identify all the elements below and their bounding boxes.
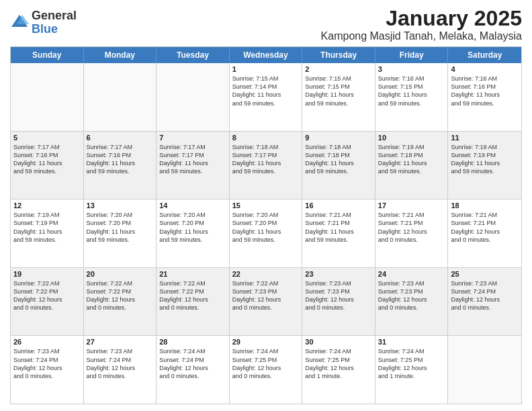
calendar-row: 26Sunrise: 7:23 AM Sunset: 7:24 PM Dayli…	[11, 335, 521, 404]
calendar-cell: 18Sunrise: 7:21 AM Sunset: 7:21 PM Dayli…	[448, 199, 521, 267]
calendar-body: 1Sunrise: 7:15 AM Sunset: 7:14 PM Daylig…	[11, 63, 521, 404]
calendar-cell-empty	[448, 336, 521, 404]
day-info: Sunrise: 7:23 AM Sunset: 7:24 PM Dayligh…	[87, 347, 154, 380]
logo: General Blue	[10, 9, 77, 36]
day-number: 21	[159, 270, 226, 278]
calendar-cell: 28Sunrise: 7:24 AM Sunset: 7:24 PM Dayli…	[157, 336, 230, 404]
day-info: Sunrise: 7:18 AM Sunset: 7:18 PM Dayligh…	[305, 143, 372, 176]
calendar-cell: 5Sunrise: 7:17 AM Sunset: 7:16 PM Daylig…	[11, 132, 84, 199]
day-info: Sunrise: 7:22 AM Sunset: 7:22 PM Dayligh…	[87, 279, 154, 312]
calendar-cell: 29Sunrise: 7:24 AM Sunset: 7:25 PM Dayli…	[230, 336, 303, 404]
calendar-cell: 19Sunrise: 7:22 AM Sunset: 7:22 PM Dayli…	[11, 268, 84, 336]
day-number: 24	[378, 270, 445, 278]
day-number: 3	[378, 65, 445, 73]
day-number: 19	[13, 270, 81, 278]
day-number: 17	[378, 201, 445, 210]
calendar-cell: 25Sunrise: 7:23 AM Sunset: 7:24 PM Dayli…	[448, 268, 521, 336]
calendar-cell: 22Sunrise: 7:22 AM Sunset: 7:23 PM Dayli…	[230, 268, 303, 336]
day-info: Sunrise: 7:15 AM Sunset: 7:15 PM Dayligh…	[305, 75, 372, 107]
main-title: January 2025	[321, 7, 522, 30]
calendar-cell: 23Sunrise: 7:23 AM Sunset: 7:23 PM Dayli…	[302, 268, 375, 336]
calendar-cell-empty	[157, 63, 230, 131]
subtitle: Kampong Masjid Tanah, Melaka, Malaysia	[321, 30, 522, 42]
calendar-cell: 6Sunrise: 7:17 AM Sunset: 7:16 PM Daylig…	[84, 132, 157, 199]
day-number: 26	[13, 338, 81, 346]
day-number: 25	[451, 270, 519, 278]
day-info: Sunrise: 7:23 AM Sunset: 7:24 PM Dayligh…	[13, 347, 81, 380]
calendar: SundayMondayTuesdayWednesdayThursdayFrid…	[10, 46, 522, 404]
day-info: Sunrise: 7:19 AM Sunset: 7:19 PM Dayligh…	[451, 143, 519, 176]
calendar-header-day: Friday	[375, 47, 449, 63]
calendar-header-day: Saturday	[448, 47, 521, 63]
day-info: Sunrise: 7:23 AM Sunset: 7:24 PM Dayligh…	[451, 279, 519, 312]
day-number: 28	[159, 338, 226, 346]
day-number: 16	[305, 201, 372, 210]
calendar-header-day: Thursday	[302, 47, 375, 63]
day-number: 7	[159, 134, 226, 142]
calendar-cell: 30Sunrise: 7:24 AM Sunset: 7:25 PM Dayli…	[302, 336, 375, 404]
day-info: Sunrise: 7:22 AM Sunset: 7:23 PM Dayligh…	[232, 279, 300, 312]
logo-general-text: General	[32, 9, 77, 23]
calendar-cell: 13Sunrise: 7:20 AM Sunset: 7:20 PM Dayli…	[84, 199, 157, 267]
day-number: 30	[305, 338, 372, 346]
calendar-header-row: SundayMondayTuesdayWednesdayThursdayFrid…	[11, 47, 521, 63]
calendar-cell-empty	[11, 63, 84, 131]
day-number: 11	[451, 134, 519, 142]
calendar-cell: 10Sunrise: 7:19 AM Sunset: 7:18 PM Dayli…	[375, 132, 449, 199]
day-info: Sunrise: 7:19 AM Sunset: 7:19 PM Dayligh…	[13, 211, 81, 244]
calendar-cell: 17Sunrise: 7:21 AM Sunset: 7:21 PM Dayli…	[375, 199, 449, 267]
day-info: Sunrise: 7:20 AM Sunset: 7:20 PM Dayligh…	[232, 211, 300, 244]
calendar-cell: 21Sunrise: 7:22 AM Sunset: 7:22 PM Dayli…	[157, 268, 230, 336]
day-info: Sunrise: 7:24 AM Sunset: 7:25 PM Dayligh…	[305, 347, 372, 380]
calendar-cell: 8Sunrise: 7:18 AM Sunset: 7:17 PM Daylig…	[230, 132, 303, 199]
day-number: 27	[87, 338, 154, 346]
day-info: Sunrise: 7:20 AM Sunset: 7:20 PM Dayligh…	[159, 211, 226, 244]
calendar-cell: 27Sunrise: 7:23 AM Sunset: 7:24 PM Dayli…	[84, 336, 157, 404]
day-info: Sunrise: 7:16 AM Sunset: 7:15 PM Dayligh…	[378, 75, 445, 107]
day-number: 23	[305, 270, 372, 278]
calendar-cell: 26Sunrise: 7:23 AM Sunset: 7:24 PM Dayli…	[11, 336, 84, 404]
calendar-cell: 3Sunrise: 7:16 AM Sunset: 7:15 PM Daylig…	[375, 63, 449, 131]
calendar-cell: 11Sunrise: 7:19 AM Sunset: 7:19 PM Dayli…	[448, 132, 521, 199]
logo-blue-text: Blue	[32, 23, 77, 36]
day-info: Sunrise: 7:17 AM Sunset: 7:16 PM Dayligh…	[87, 143, 154, 176]
calendar-header-day: Monday	[84, 47, 157, 63]
calendar-cell: 31Sunrise: 7:24 AM Sunset: 7:25 PM Dayli…	[375, 336, 449, 404]
calendar-row: 12Sunrise: 7:19 AM Sunset: 7:19 PM Dayli…	[11, 199, 521, 267]
header: General Blue January 2025 Kampong Masjid…	[10, 7, 522, 42]
day-info: Sunrise: 7:17 AM Sunset: 7:16 PM Dayligh…	[13, 143, 81, 176]
day-info: Sunrise: 7:20 AM Sunset: 7:20 PM Dayligh…	[87, 211, 154, 244]
day-info: Sunrise: 7:24 AM Sunset: 7:25 PM Dayligh…	[378, 347, 445, 380]
day-number: 29	[232, 338, 300, 346]
calendar-cell-empty	[84, 63, 157, 131]
calendar-cell: 20Sunrise: 7:22 AM Sunset: 7:22 PM Dayli…	[84, 268, 157, 336]
calendar-row: 1Sunrise: 7:15 AM Sunset: 7:14 PM Daylig…	[11, 63, 521, 131]
day-info: Sunrise: 7:21 AM Sunset: 7:21 PM Dayligh…	[378, 211, 445, 244]
title-block: January 2025 Kampong Masjid Tanah, Melak…	[321, 7, 522, 42]
day-number: 14	[159, 201, 226, 210]
calendar-cell: 14Sunrise: 7:20 AM Sunset: 7:20 PM Dayli…	[157, 199, 230, 267]
day-info: Sunrise: 7:15 AM Sunset: 7:14 PM Dayligh…	[232, 75, 300, 107]
calendar-header-day: Sunday	[11, 47, 84, 63]
day-number: 2	[305, 65, 372, 73]
day-info: Sunrise: 7:17 AM Sunset: 7:17 PM Dayligh…	[159, 143, 226, 176]
day-number: 12	[13, 201, 81, 210]
day-number: 15	[232, 201, 300, 210]
day-number: 22	[232, 270, 300, 278]
day-info: Sunrise: 7:24 AM Sunset: 7:25 PM Dayligh…	[232, 347, 300, 380]
day-info: Sunrise: 7:19 AM Sunset: 7:18 PM Dayligh…	[378, 143, 445, 176]
calendar-cell: 24Sunrise: 7:23 AM Sunset: 7:23 PM Dayli…	[375, 268, 449, 336]
day-number: 20	[87, 270, 154, 278]
calendar-row: 5Sunrise: 7:17 AM Sunset: 7:16 PM Daylig…	[11, 131, 521, 199]
day-number: 6	[87, 134, 154, 142]
day-info: Sunrise: 7:21 AM Sunset: 7:21 PM Dayligh…	[305, 211, 372, 244]
day-info: Sunrise: 7:16 AM Sunset: 7:16 PM Dayligh…	[451, 75, 519, 107]
day-number: 10	[378, 134, 445, 142]
calendar-row: 19Sunrise: 7:22 AM Sunset: 7:22 PM Dayli…	[11, 267, 521, 336]
page: General Blue January 2025 Kampong Masjid…	[0, 0, 532, 411]
calendar-cell: 12Sunrise: 7:19 AM Sunset: 7:19 PM Dayli…	[11, 199, 84, 267]
day-info: Sunrise: 7:21 AM Sunset: 7:21 PM Dayligh…	[451, 211, 519, 244]
day-number: 4	[451, 65, 519, 73]
calendar-header-day: Tuesday	[157, 47, 230, 63]
day-info: Sunrise: 7:22 AM Sunset: 7:22 PM Dayligh…	[159, 279, 226, 312]
